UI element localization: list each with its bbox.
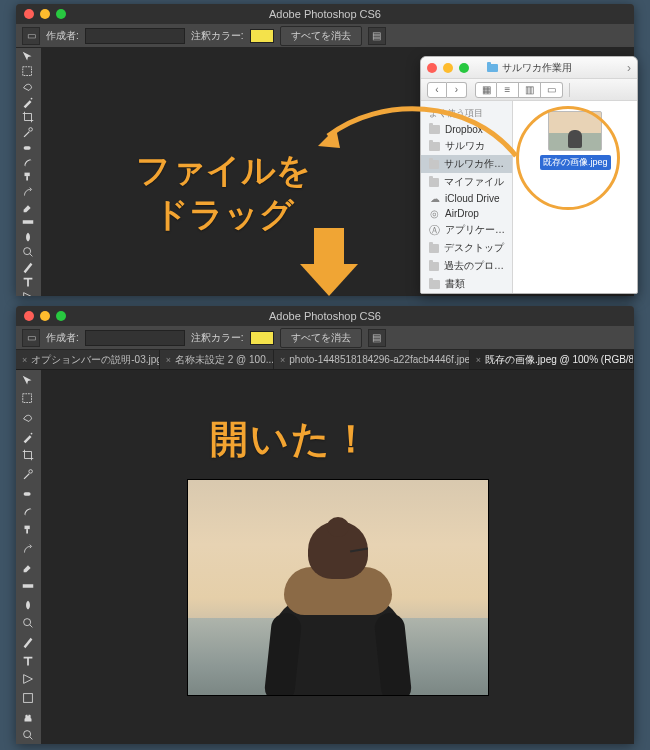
back-button[interactable]: ‹ xyxy=(427,82,447,98)
tab-label: オプションバーの説明-03.jpg xyxy=(31,353,159,367)
sidebar-item-label: 書類 xyxy=(445,277,465,291)
panel-toggle-icon[interactable]: ▤ xyxy=(368,329,386,347)
sidebar-item[interactable]: ◎AirDrop xyxy=(421,206,512,221)
folder-icon xyxy=(429,125,440,134)
crop-tool-icon[interactable] xyxy=(16,110,40,124)
maximize-icon[interactable] xyxy=(56,9,66,19)
blur-tool-icon[interactable] xyxy=(16,230,40,244)
view-gallery-icon[interactable]: ▭ xyxy=(541,82,563,98)
opened-image xyxy=(188,480,488,695)
panel-toggle-icon[interactable]: ▤ xyxy=(368,27,386,45)
sidebar-item-label: 過去のプロ… xyxy=(444,259,504,273)
finder-titlebar: サルワカ作業用 › xyxy=(421,57,637,79)
author-label: 作成者: xyxy=(46,29,79,43)
close-tab-icon[interactable]: × xyxy=(280,355,285,365)
gradient-tool-icon[interactable] xyxy=(16,577,40,595)
path-tool-icon[interactable] xyxy=(16,290,40,296)
shape-tool-icon[interactable] xyxy=(16,689,40,707)
clear-all-button[interactable]: すべてを消去 xyxy=(280,328,362,348)
window-title: Adobe Photoshop CS6 xyxy=(16,310,634,322)
close-tab-icon[interactable]: × xyxy=(166,355,171,365)
forward-button[interactable]: › xyxy=(447,82,467,98)
zoom-tool-icon[interactable] xyxy=(16,726,40,744)
brush-tool-icon[interactable] xyxy=(16,503,40,521)
sidebar-item[interactable]: Ⓐアプリケー… xyxy=(421,221,512,239)
sidebar-item[interactable]: ☁iCloud Drive xyxy=(421,191,512,206)
sidebar-item[interactable]: サルワカ作… xyxy=(421,155,512,173)
sidebar-item[interactable]: Dropbox xyxy=(421,122,512,137)
hand-tool-icon[interactable] xyxy=(16,708,40,726)
sidebar-item[interactable]: マイファイル xyxy=(421,173,512,191)
eraser-tool-icon[interactable] xyxy=(16,200,40,214)
svg-rect-15 xyxy=(26,529,28,533)
color-swatch[interactable] xyxy=(250,331,274,345)
move-tool-icon[interactable] xyxy=(16,50,40,64)
brush-tool-icon[interactable] xyxy=(16,155,40,169)
wand-tool-icon[interactable] xyxy=(16,95,40,109)
close-tab-icon[interactable]: × xyxy=(476,355,481,365)
view-columns-icon[interactable]: ▥ xyxy=(519,82,541,98)
dodge-tool-icon[interactable] xyxy=(16,615,40,633)
document-tab[interactable]: ×名称未設定 2 @ 100... xyxy=(160,350,274,369)
sidebar-item[interactable]: サルワカ xyxy=(421,137,512,155)
path-tool-icon[interactable] xyxy=(16,671,40,689)
heal-tool-icon[interactable] xyxy=(16,140,40,154)
eyedropper-tool-icon[interactable] xyxy=(16,125,40,139)
author-input[interactable] xyxy=(85,330,185,346)
eraser-tool-icon[interactable] xyxy=(16,559,40,577)
dodge-tool-icon[interactable] xyxy=(16,245,40,259)
annotation-color-label: 注釈カラー: xyxy=(191,331,244,345)
close-tab-icon[interactable]: × xyxy=(22,355,27,365)
pen-tool-icon[interactable] xyxy=(16,260,40,274)
options-bar: ▭ 作成者: 注釈カラー: すべてを消去 ▤ xyxy=(16,24,634,48)
note-tool-icon[interactable]: ▭ xyxy=(22,329,40,347)
gradient-tool-icon[interactable] xyxy=(16,215,40,229)
nav-back-forward[interactable]: ‹ › xyxy=(427,82,467,98)
type-tool-icon[interactable] xyxy=(16,275,40,289)
sidebar-item-label: サルワカ作… xyxy=(444,157,504,171)
clear-all-button[interactable]: すべてを消去 xyxy=(280,26,362,46)
view-icons-icon[interactable]: ▦ xyxy=(475,82,497,98)
wand-tool-icon[interactable] xyxy=(16,428,40,446)
lasso-tool-icon[interactable] xyxy=(16,80,40,94)
stamp-tool-icon[interactable] xyxy=(16,170,40,184)
eyedropper-tool-icon[interactable] xyxy=(16,465,40,483)
note-tool-icon[interactable]: ▭ xyxy=(22,27,40,45)
blur-tool-icon[interactable] xyxy=(16,596,40,614)
file-item[interactable]: 既存の画像.jpeg xyxy=(540,111,610,170)
window-title: Adobe Photoshop CS6 xyxy=(16,8,634,20)
heal-tool-icon[interactable] xyxy=(16,484,40,502)
type-tool-icon[interactable] xyxy=(16,652,40,670)
minimize-icon[interactable] xyxy=(40,311,50,321)
maximize-icon[interactable] xyxy=(56,311,66,321)
move-tool-icon[interactable] xyxy=(16,372,40,390)
history-tool-icon[interactable] xyxy=(16,540,40,558)
view-list-icon[interactable]: ≡ xyxy=(497,82,519,98)
close-icon[interactable] xyxy=(24,9,34,19)
sidebar-item[interactable]: 書類 xyxy=(421,275,512,293)
minimize-icon[interactable] xyxy=(40,9,50,19)
document-tab[interactable]: ×オプションバーの説明-03.jpg xyxy=(16,350,160,369)
close-icon[interactable] xyxy=(24,311,34,321)
document-tab[interactable]: ×既存の画像.jpeg @ 100% (RGB/8) xyxy=(470,350,634,369)
crop-tool-icon[interactable] xyxy=(16,447,40,465)
sidebar-item-label: サルワカ xyxy=(445,139,485,153)
color-swatch[interactable] xyxy=(250,29,274,43)
photoshop-window-after: Adobe Photoshop CS6 ▭ 作成者: 注釈カラー: すべてを消去… xyxy=(16,306,634,744)
document-tab[interactable]: ×photo-1448518184296-a22facb4446f.jpeg xyxy=(274,350,470,369)
lasso-tool-icon[interactable] xyxy=(16,409,40,427)
sidebar-item[interactable]: 過去のプロ… xyxy=(421,257,512,275)
history-tool-icon[interactable] xyxy=(16,185,40,199)
file-thumbnail-icon xyxy=(548,111,602,151)
view-mode-segmented[interactable]: ▦ ≡ ▥ ▭ xyxy=(475,82,563,98)
finder-file-area[interactable]: 既存の画像.jpeg xyxy=(513,101,637,293)
sidebar-item[interactable]: デスクトップ xyxy=(421,239,512,257)
pen-tool-icon[interactable] xyxy=(16,633,40,651)
stamp-tool-icon[interactable] xyxy=(16,521,40,539)
chevron-right-icon[interactable]: › xyxy=(627,61,631,75)
marquee-tool-icon[interactable] xyxy=(16,65,40,79)
author-input[interactable] xyxy=(85,28,185,44)
marquee-tool-icon[interactable] xyxy=(16,391,40,409)
options-bar: ▭ 作成者: 注釈カラー: すべてを消去 ▤ xyxy=(16,326,634,350)
folder-icon xyxy=(429,280,440,289)
